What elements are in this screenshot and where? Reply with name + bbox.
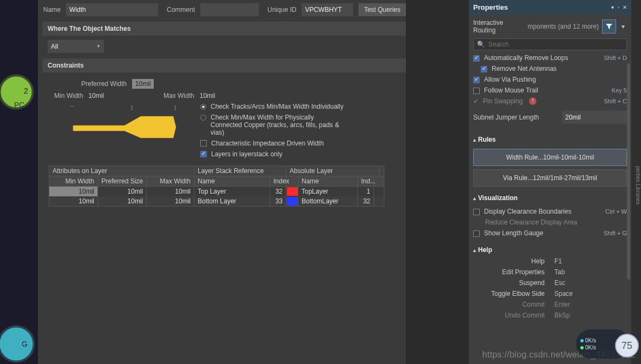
visualization-section-title[interactable]: Visualization (469, 190, 631, 204)
max-width-label: Max Width (163, 92, 194, 100)
show-length-gauge-checkbox[interactable]: Show Length Gauge Shift + G (473, 228, 627, 239)
uid-label: Unique ID (267, 6, 296, 14)
col-lname[interactable]: Name (298, 176, 358, 186)
width-rule-button[interactable]: Width Rule...10mil-10mil-10mil (473, 149, 627, 166)
checkbox-label: Pin Swapping (483, 97, 522, 105)
min-width-label: Min Width (54, 92, 83, 100)
cell-min[interactable]: 10mil (49, 196, 98, 206)
check-individually-radio[interactable]: Check Tracks/Arcs Min/Max Width Individu… (200, 103, 346, 110)
help-key: Toggle Elbow Side (473, 290, 554, 297)
col-max[interactable]: Max Width (147, 176, 194, 186)
panel-menu-icon[interactable]: ▾ (619, 19, 627, 34)
check-physically-connected-radio[interactable]: Check Min/Max Width for Physically Conne… (200, 114, 346, 136)
checkbox-icon (473, 77, 480, 83)
cell-pref[interactable]: 10mil (98, 196, 147, 206)
col-pref[interactable]: Preferred Size (98, 176, 147, 186)
net-up: 0K/s (585, 337, 596, 343)
col-name[interactable]: Name (194, 176, 270, 186)
cell-min[interactable]: 10mil (49, 187, 98, 196)
cell-pref[interactable]: 10mil (98, 187, 147, 196)
pin-icon[interactable]: ▾ (611, 4, 614, 10)
allow-via-pushing-checkbox[interactable]: Allow Via Pushing (473, 74, 627, 85)
layers-in-stack-checkbox[interactable]: Layers in layerstack only (200, 150, 346, 158)
docked-tabs[interactable]: perties Libraries (631, 0, 641, 364)
cell-lname[interactable]: TopLayer (298, 187, 358, 196)
help-key: Undo Commit (473, 312, 554, 319)
cell-index[interactable]: 33 (270, 196, 286, 206)
cell-name[interactable]: Top Layer (194, 187, 270, 196)
strip-stub: PC (14, 101, 24, 109)
checkbox-icon (200, 151, 207, 157)
properties-panel: Properties ▾ ▫ ✕ Interactive Routing mpo… (469, 0, 631, 364)
remove-net-antennas-checkbox[interactable]: Remove Net Antennas (473, 63, 627, 74)
panel-titlebar[interactable]: Properties ▾ ▫ ✕ (469, 0, 631, 15)
help-key: Edit Properties (473, 268, 554, 276)
filter-icon[interactable] (602, 19, 616, 34)
pin-swapping-checkbox[interactable]: ✓ Pin Swapping ! Shift + C (473, 96, 627, 107)
subnet-jumper-label: Subnet Jumper Length (473, 114, 557, 121)
checkbox-label: Follow Mouse Trail (484, 87, 538, 94)
checkbox-icon (481, 66, 487, 72)
checkbox-icon (473, 55, 480, 62)
warning-icon: ! (529, 97, 537, 105)
col-group-abs: Absolute Layer (286, 166, 380, 176)
cell-max[interactable]: 10mil (147, 196, 194, 206)
maximize-icon[interactable]: ▫ (617, 4, 619, 10)
comment-label: Comment (167, 6, 195, 14)
display-clearance-checkbox[interactable]: Display Clearance Boundaries Ctrl + W (473, 206, 627, 217)
constraints-section-header: Constraints (42, 58, 463, 72)
checkbox-icon (473, 209, 480, 215)
checkbox-label: Automatically Remove Loops (484, 54, 568, 62)
checkbox-label: Display Clearance Boundaries (484, 208, 571, 215)
radio-icon (200, 104, 206, 110)
search-input[interactable] (488, 41, 623, 48)
help-value: Esc (554, 279, 565, 287)
panel-title: Properties (473, 3, 508, 11)
mode-suffix: mponents (and 12 more) (528, 23, 599, 30)
checkbox-icon (200, 140, 207, 147)
constraints-body: Preferred Width Min Width 10mil Max Widt… (43, 77, 462, 160)
close-icon[interactable]: ✕ (623, 4, 627, 10)
cell-index[interactable]: 32 (270, 187, 286, 196)
via-rule-button[interactable]: Via Rule...12mil/1mil-27mil/13mil (473, 169, 627, 187)
cell-lindex[interactable]: 32 (358, 196, 374, 206)
name-input[interactable] (66, 3, 158, 16)
comment-input[interactable] (200, 3, 259, 16)
match-scope-select[interactable]: All (48, 40, 104, 53)
cell-lindex[interactable]: 1 (358, 187, 374, 196)
checkbox-label: Characteristic Impedance Driven Width (211, 140, 324, 147)
subnet-jumper-input[interactable] (562, 111, 627, 124)
search-field[interactable]: 🔍 (473, 38, 627, 50)
cell-name[interactable]: Bottom Layer (194, 196, 270, 206)
preferred-width-input[interactable] (132, 79, 154, 89)
table-row[interactable]: 10mil10mil10milTop Layer32TopLayer1 (49, 187, 384, 196)
cell-max[interactable]: 10mil (147, 187, 194, 196)
shortcut: Shift + G (604, 230, 627, 236)
help-row: Toggle Elbow SideSpace (469, 288, 631, 299)
auto-remove-loops-checkbox[interactable]: Automatically Remove Loops Shift + D (473, 52, 627, 63)
mode-label: Interactive Routing (473, 19, 525, 34)
help-value: Enter (554, 301, 570, 308)
impedance-driven-checkbox[interactable]: Characteristic Impedance Driven Width (200, 140, 346, 147)
name-label: Name (43, 6, 61, 14)
preferred-width-label: Preferred Width (81, 80, 127, 88)
cell-lname[interactable]: BottomLayer (298, 196, 358, 206)
shortcut: Key 5 (612, 87, 627, 94)
col-min[interactable]: Min Width (49, 176, 98, 186)
uid-input[interactable] (302, 3, 353, 16)
test-queries-button[interactable]: Test Queries (358, 3, 405, 16)
table-row[interactable]: 10mil10mil10milBottom Layer33BottomLayer… (49, 196, 384, 206)
header-row: Name Comment Unique ID Test Queries (43, 3, 462, 16)
scrollbar-thumb[interactable] (627, 63, 630, 280)
rules-section-title[interactable]: Rules (469, 131, 631, 145)
check-icon: ✓ (473, 97, 479, 105)
help-section-title[interactable]: Help (469, 242, 631, 256)
layer-attributes-table[interactable]: Attributes on Layer Layer Stack Referenc… (49, 166, 384, 207)
help-row: HelpF1 (469, 256, 631, 267)
col-index[interactable]: Index (270, 176, 286, 186)
max-width-value: 10mil (200, 92, 215, 100)
col-lindex[interactable]: Ind... (358, 176, 374, 186)
reduce-clearance-checkbox: Reduce Clearance Display Area (473, 217, 627, 228)
strip-stub: G (22, 340, 28, 348)
follow-mouse-trail-checkbox[interactable]: Follow Mouse Trail Key 5 (473, 85, 627, 96)
